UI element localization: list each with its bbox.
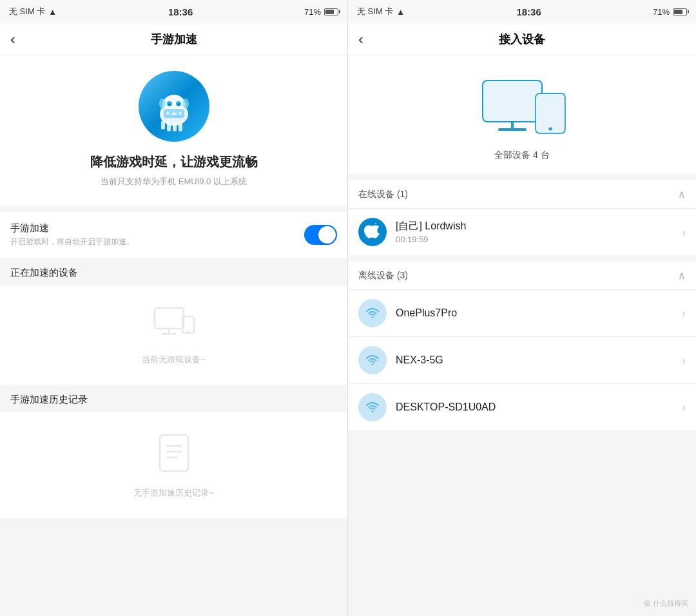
online-collapse-icon[interactable]: ∧ xyxy=(678,188,686,200)
empty-devices-icon xyxy=(151,305,197,346)
accelerate-toggle[interactable] xyxy=(304,225,337,245)
svg-point-32 xyxy=(549,128,552,131)
left-nav-title: 手游加速 xyxy=(151,32,197,47)
svg-point-8 xyxy=(168,103,171,106)
right-carrier: 无 SIM 卡 xyxy=(357,6,393,17)
svg-point-21 xyxy=(187,331,189,332)
right-nav-title: 接入设备 xyxy=(499,32,545,47)
wifi-icon-oneplus xyxy=(365,306,380,320)
device-item-desktop[interactable]: DESKTOP-SD1U0AD › xyxy=(348,384,696,430)
device-info-lordwish: [自己] Lordwish 00:19:59 xyxy=(396,220,682,244)
left-back-button[interactable]: ‹ xyxy=(10,30,15,48)
device-chevron-nex: › xyxy=(682,354,686,367)
hero-icon-container xyxy=(139,71,209,142)
devices-svg xyxy=(477,75,567,139)
left-nav-bar: ‹ 手游加速 xyxy=(0,23,347,55)
left-status-left: 无 SIM 卡 ▲ xyxy=(9,6,57,17)
svg-rect-27 xyxy=(483,81,541,121)
right-status-right: 71% xyxy=(653,7,687,17)
setting-row-accelerate: 手游加速 开启游戏时，将自动开启手游加速。 xyxy=(10,212,337,258)
device-hero: 全部设备 4 台 xyxy=(348,55,696,174)
left-battery-icon xyxy=(324,8,338,15)
hero-subtitle: 当前只支持华为手机 EMUI9.0 以上系统 xyxy=(101,176,247,188)
wifi-icon-nex xyxy=(365,353,380,367)
device-name-oneplus: OnePlus7Pro xyxy=(396,307,682,319)
left-battery-pct: 71% xyxy=(304,7,321,17)
svg-rect-1 xyxy=(161,120,165,130)
setting-label: 手游加速 xyxy=(10,222,134,235)
device-item-oneplus[interactable]: OnePlus7Pro › xyxy=(348,290,696,337)
right-status-bar: 无 SIM 卡 ▲ 18:36 71% xyxy=(348,0,696,23)
svg-point-12 xyxy=(179,112,182,115)
toggle-knob xyxy=(318,226,336,244)
right-scroll-content: 全部设备 4 台 在线设备 (1) ∧ xyxy=(348,55,696,616)
left-time: 18:36 xyxy=(168,6,193,17)
hero-title: 降低游戏时延，让游戏更流畅 xyxy=(90,153,258,171)
device-name-nex: NEX-3-5G xyxy=(396,354,682,366)
empty-history-state: 无手游加速历史记录~ xyxy=(0,412,347,518)
device-name-lordwish: [自己] Lordwish xyxy=(396,220,682,233)
right-battery-icon xyxy=(673,8,687,15)
offline-section-title: 离线设备 (3) xyxy=(358,270,408,282)
svg-rect-14 xyxy=(171,113,177,115)
left-wifi-icon: ▲ xyxy=(48,7,57,17)
history-section-title: 手游加速历史记录 xyxy=(0,385,347,412)
right-panel: 无 SIM 卡 ▲ 18:36 71% ‹ 接入设备 xyxy=(348,0,696,616)
left-status-bar: 无 SIM 卡 ▲ 18:36 71% xyxy=(0,0,347,23)
device-info-oneplus: OnePlus7Pro xyxy=(396,307,682,319)
empty-devices-state: 当前无游戏设备~ xyxy=(0,285,347,385)
online-section-title: 在线设备 (1) xyxy=(358,189,408,200)
svg-point-11 xyxy=(166,112,169,115)
right-back-button[interactable]: ‹ xyxy=(358,30,363,48)
device-sub-lordwish: 00:19:59 xyxy=(396,235,682,244)
left-status-right: 71% xyxy=(304,7,338,17)
device-item-nex[interactable]: NEX-3-5G › xyxy=(348,337,696,384)
svg-rect-4 xyxy=(179,122,182,131)
online-section-header: 在线设备 (1) ∧ xyxy=(348,180,696,209)
device-avatar-nex xyxy=(358,346,387,374)
device-info-nex: NEX-3-5G xyxy=(396,354,682,366)
accelerating-section-title: 正在加速的设备 xyxy=(0,258,347,285)
offline-collapse-icon[interactable]: ∧ xyxy=(678,269,686,282)
svg-point-9 xyxy=(177,103,180,106)
watermark: 值 什么值得买 xyxy=(644,599,688,608)
right-battery-pct: 71% xyxy=(653,7,670,17)
svg-rect-22 xyxy=(160,435,188,471)
setting-desc: 开启游戏时，将自动开启手游加速。 xyxy=(10,236,134,247)
setting-label-wrap: 手游加速 开启游戏时，将自动开启手游加速。 xyxy=(10,222,134,247)
device-avatar-desktop xyxy=(358,393,387,421)
empty-history-text: 无手游加速历史记录~ xyxy=(133,487,214,499)
device-avatar-lordwish xyxy=(358,218,387,246)
right-wifi-icon: ▲ xyxy=(396,7,405,17)
device-chevron-lordwish: › xyxy=(682,226,686,239)
empty-history-svg xyxy=(155,432,193,477)
empty-device-svg xyxy=(151,305,197,343)
setting-card: 手游加速 开启游戏时，将自动开启手游加速。 xyxy=(0,212,347,258)
svg-rect-17 xyxy=(155,308,184,329)
device-avatar-oneplus xyxy=(358,299,387,327)
hero-game-icon xyxy=(148,81,200,132)
offline-section-header: 离线设备 (3) ∧ xyxy=(348,262,696,290)
device-name-desktop: DESKTOP-SD1U0AD xyxy=(396,401,682,413)
device-hero-icon xyxy=(477,75,567,142)
device-chevron-desktop: › xyxy=(682,401,686,414)
right-nav-bar: ‹ 接入设备 xyxy=(348,23,696,55)
svg-point-16 xyxy=(182,99,189,109)
svg-rect-2 xyxy=(167,122,171,131)
hero-section: 降低游戏时延，让游戏更流畅 当前只支持华为手机 EMUI9.0 以上系统 xyxy=(0,55,347,206)
left-carrier: 无 SIM 卡 xyxy=(9,6,45,17)
device-count: 全部设备 4 台 xyxy=(494,149,550,161)
device-item-lordwish[interactable]: [自己] Lordwish 00:19:59 › xyxy=(348,209,696,255)
online-devices-section: 在线设备 (1) ∧ [自己] Lordwish 00:19:59 xyxy=(348,180,696,255)
left-scroll-content: 降低游戏时延，让游戏更流畅 当前只支持华为手机 EMUI9.0 以上系统 手游加… xyxy=(0,55,347,616)
svg-rect-3 xyxy=(173,122,177,131)
right-status-left: 无 SIM 卡 ▲ xyxy=(357,6,405,17)
left-panel: 无 SIM 卡 ▲ 18:36 71% ‹ 手游加速 xyxy=(0,0,348,616)
wifi-icon-desktop xyxy=(365,400,380,414)
right-time: 18:36 xyxy=(516,6,541,17)
apple-icon xyxy=(364,223,381,241)
device-info-desktop: DESKTOP-SD1U0AD xyxy=(396,401,682,413)
empty-history-icon xyxy=(155,432,193,479)
svg-point-15 xyxy=(159,99,166,109)
offline-devices-section: 离线设备 (3) ∧ OnePlus7Pro xyxy=(348,262,696,430)
